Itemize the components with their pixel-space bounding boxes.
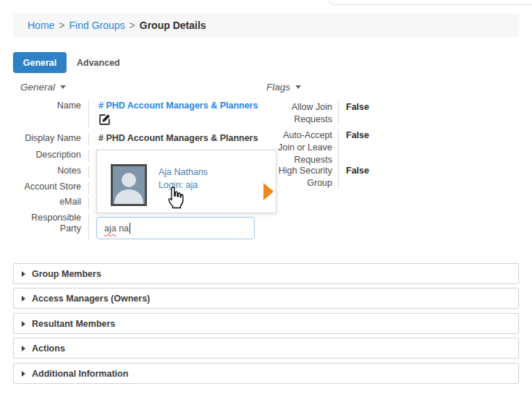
flag-row-auto-accept: Auto-Accept Join or Leave Requests False: [266, 129, 440, 166]
high-security-group-label: Is High Security Group: [266, 165, 338, 189]
input-text-rest: na: [117, 223, 129, 234]
chevron-right-icon: [22, 346, 25, 351]
field-row-display-name: Display Name # PHD Account Managers & Pl…: [13, 133, 258, 145]
flags-section-header[interactable]: Flags: [266, 82, 301, 93]
chevron-right-icon: [22, 271, 25, 277]
field-row-name: Name # PHD Account Managers & Planners: [13, 100, 258, 129]
field-row-description: Description: [13, 150, 98, 162]
field-row-email: eMail: [13, 197, 98, 209]
group-details-page: Home > Find Groups > Group Details Gener…: [0, 0, 532, 402]
chevron-right-icon: [22, 296, 25, 302]
general-section-title: General: [20, 82, 55, 93]
responsible-party-input[interactable]: aja na: [96, 217, 255, 239]
text-caret: [130, 223, 130, 234]
name-label: Name: [13, 100, 88, 129]
email-label: eMail: [13, 197, 88, 209]
description-label: Description: [13, 150, 88, 162]
auto-accept-label: Auto-Accept Join or Leave Requests: [266, 129, 338, 166]
cutoff-popup-remnant: [327, 0, 532, 5]
field-row-account-store: Account Store: [13, 181, 98, 194]
accordion-actions[interactable]: Actions: [13, 338, 519, 359]
chevron-down-icon: [60, 85, 66, 89]
hand-pointer-cursor: [166, 186, 184, 212]
accordion-title: Actions: [32, 343, 65, 354]
flag-row-allow-join: Allow Join Requests False: [266, 101, 440, 126]
accordion-title: Additional Information: [32, 369, 128, 379]
display-name-label: Display Name: [13, 133, 88, 145]
chevron-right-icon: [22, 371, 25, 377]
flags-section-title: Flags: [266, 82, 290, 93]
tab-advanced[interactable]: Advanced: [77, 52, 120, 73]
person-silhouette-icon: [111, 164, 147, 206]
accordion-title: Resultant Members: [32, 319, 115, 329]
general-section-header[interactable]: General: [20, 82, 66, 93]
accordion-access-managers[interactable]: Access Managers (Owners): [13, 288, 519, 309]
group-name-link[interactable]: # PHD Account Managers & Planners: [98, 100, 258, 111]
allow-join-requests-value: False: [338, 101, 369, 126]
breadcrumb-current-page: Group Details: [140, 20, 206, 31]
breadcrumb: Home > Find Groups > Group Details: [13, 13, 519, 38]
account-store-label: Account Store: [13, 181, 88, 194]
edit-pencil-square-icon[interactable]: [98, 114, 111, 129]
allow-join-requests-label: Allow Join Requests: [266, 101, 338, 126]
user-suggestion-popup[interactable]: Aja Nathans Login: aja: [96, 150, 276, 213]
accordion-resultant-members[interactable]: Resultant Members: [13, 313, 519, 334]
notes-label: Notes: [13, 166, 88, 178]
tab-general[interactable]: General: [13, 52, 67, 73]
accordion-group-members[interactable]: Group Members: [13, 263, 519, 284]
chevron-down-icon: [295, 85, 301, 89]
suggestion-user-name: Aja Nathans: [159, 167, 208, 177]
breadcrumb-find-groups-link[interactable]: Find Groups: [69, 20, 125, 31]
breadcrumb-home-link[interactable]: Home: [28, 20, 54, 31]
accordion-additional-information[interactable]: Additional Information: [13, 363, 519, 384]
flag-row-high-security: Is High Security Group False: [266, 165, 440, 189]
input-text-misspelled: aja: [104, 223, 117, 234]
field-row-notes: Notes: [13, 166, 98, 178]
responsible-party-label: Responsible Party: [13, 213, 88, 240]
display-name-value: # PHD Account Managers & Planners: [88, 133, 258, 145]
chevron-right-icon: [22, 321, 25, 327]
auto-accept-value: False: [338, 129, 369, 166]
breadcrumb-separator: >: [59, 20, 64, 31]
expand-right-arrow-icon[interactable]: [263, 183, 274, 200]
high-security-group-value: False: [338, 165, 369, 189]
accordion-title: Access Managers (Owners): [32, 294, 150, 304]
accordion-title: Group Members: [32, 269, 101, 279]
field-row-responsible-party: Responsible Party: [13, 213, 98, 240]
breadcrumb-separator: >: [130, 20, 135, 31]
